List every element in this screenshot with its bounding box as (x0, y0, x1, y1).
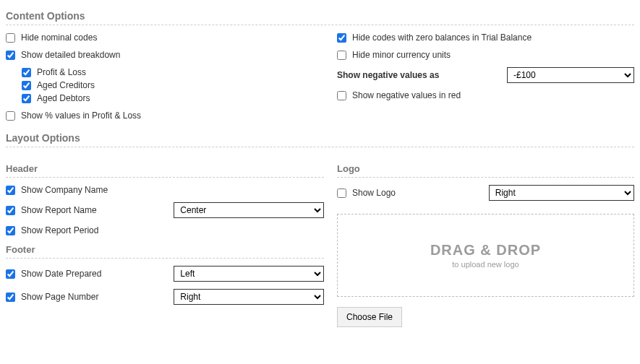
hide-zero-text: Hide codes with zero balances in Trial B… (352, 32, 532, 43)
hide-nominal-text: Hide nominal codes (21, 32, 97, 43)
logo-pos-select[interactable]: Right (489, 185, 634, 201)
neg-red-text: Show negative values in red (352, 90, 461, 100)
show-page-checkbox[interactable] (6, 292, 15, 302)
show-breakdown-checkbox[interactable] (6, 51, 15, 60)
date-pos-select[interactable]: Left (174, 266, 324, 282)
hide-nominal-checkbox[interactable] (6, 33, 15, 43)
neg-red-label[interactable]: Show negative values in red (337, 90, 461, 100)
footer-title: Footer (6, 244, 324, 259)
neg-red-checkbox[interactable] (337, 91, 346, 100)
pl-label[interactable]: Profit & Loss (22, 67, 86, 77)
content-options-title: Content Options (6, 10, 634, 25)
show-company-label[interactable]: Show Company Name (6, 185, 176, 195)
dropzone-big-text: DRAG & DROP (430, 242, 541, 259)
logo-dropzone[interactable]: DRAG & DROP to upload new logo (337, 214, 634, 297)
show-breakdown-text: Show detailed breakdown (21, 50, 120, 60)
show-report-name-text: Show Report Name (21, 205, 97, 215)
show-pct-text: Show % values in Profit & Loss (21, 110, 141, 121)
show-pct-checkbox[interactable] (6, 111, 15, 121)
header-title: Header (6, 163, 324, 178)
hide-minor-checkbox[interactable] (337, 51, 346, 60)
creditors-label[interactable]: Aged Creditors (22, 80, 95, 90)
show-logo-text: Show Logo (352, 188, 396, 198)
show-page-text: Show Page Number (21, 292, 98, 302)
page-pos-select[interactable]: Right (174, 289, 324, 305)
neg-values-label: Show negative values as (337, 70, 507, 80)
layout-right-col: Logo Show Logo Right DRAG & DROP to uplo… (337, 155, 634, 327)
hide-minor-label[interactable]: Hide minor currency units (337, 50, 451, 60)
show-date-checkbox[interactable] (6, 269, 15, 279)
content-right-col: Hide codes with zero balances in Trial B… (337, 32, 634, 128)
hide-zero-label[interactable]: Hide codes with zero balances in Trial B… (337, 32, 532, 43)
show-period-checkbox[interactable] (6, 226, 15, 235)
show-date-label[interactable]: Show Date Prepared (6, 269, 174, 279)
debtors-label[interactable]: Aged Debtors (22, 93, 90, 103)
dropzone-small-text: to upload new logo (452, 260, 519, 269)
report-name-pos-select[interactable]: Center (174, 202, 324, 218)
logo-title: Logo (337, 163, 634, 178)
pl-checkbox[interactable] (22, 68, 31, 77)
show-page-label[interactable]: Show Page Number (6, 292, 174, 302)
pl-text: Profit & Loss (37, 67, 86, 77)
show-period-text: Show Report Period (21, 225, 98, 235)
show-company-text: Show Company Name (21, 185, 108, 195)
show-logo-label[interactable]: Show Logo (337, 188, 489, 198)
layout-options-title: Layout Options (6, 132, 634, 147)
neg-values-text: Show negative values as (337, 70, 507, 80)
debtors-checkbox[interactable] (22, 94, 31, 103)
layout-left-col: Header Show Company Name Show Report Nam… (6, 155, 324, 327)
show-logo-checkbox[interactable] (337, 188, 346, 198)
show-report-name-checkbox[interactable] (6, 206, 15, 215)
show-report-name-label[interactable]: Show Report Name (6, 205, 174, 215)
breakdown-indent: Profit & Loss Aged Creditors Aged Debtor… (22, 67, 324, 103)
creditors-text: Aged Creditors (37, 80, 95, 90)
hide-nominal-label[interactable]: Hide nominal codes (6, 32, 97, 43)
debtors-text: Aged Debtors (37, 93, 90, 103)
content-left-col: Hide nominal codes Show detailed breakdo… (6, 32, 324, 128)
choose-file-button[interactable]: Choose File (337, 307, 402, 327)
hide-minor-text: Hide minor currency units (352, 50, 451, 60)
show-date-text: Show Date Prepared (21, 269, 101, 279)
show-company-checkbox[interactable] (6, 186, 15, 195)
show-period-label[interactable]: Show Report Period (6, 225, 176, 235)
show-pct-label[interactable]: Show % values in Profit & Loss (6, 110, 141, 121)
hide-zero-checkbox[interactable] (337, 33, 346, 43)
creditors-checkbox[interactable] (22, 81, 31, 90)
neg-values-select[interactable]: -£100 (507, 67, 634, 83)
show-breakdown-label[interactable]: Show detailed breakdown (6, 50, 120, 60)
